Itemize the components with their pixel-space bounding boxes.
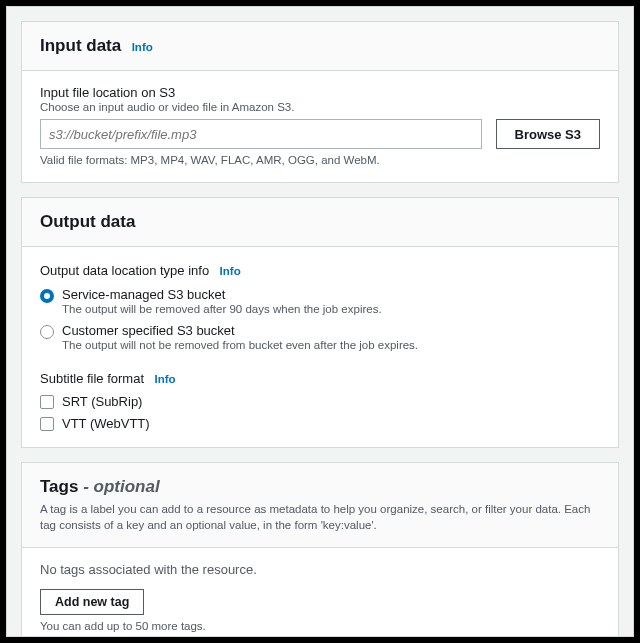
input-location-label: Input file location on S3 — [40, 85, 600, 100]
tags-title-text: Tags — [40, 477, 78, 496]
output-data-panel: Output data Output data location type in… — [21, 197, 619, 448]
output-location-info-link[interactable]: Info — [220, 265, 241, 277]
subtitle-info-link[interactable]: Info — [155, 373, 176, 385]
input-panel-title: Input data — [40, 36, 121, 55]
radio-label: Service-managed S3 bucket — [62, 287, 382, 302]
tags-optional-suffix: - optional — [78, 477, 159, 496]
output-location-radio-group: Service-managed S3 bucket The output wil… — [40, 287, 600, 351]
tags-panel-body: No tags associated with the resource. Ad… — [22, 548, 618, 637]
tags-panel-header: Tags - optional A tag is a label you can… — [22, 463, 618, 548]
s3-location-input[interactable] — [40, 119, 482, 149]
radio-customer-specified[interactable]: Customer specified S3 bucket The output … — [40, 323, 600, 351]
output-panel-header: Output data — [22, 198, 618, 247]
radio-text: Service-managed S3 bucket The output wil… — [62, 287, 382, 315]
input-panel-header: Input data Info — [22, 22, 618, 71]
radio-circle-icon — [40, 325, 54, 339]
page-container: Input data Info Input file location on S… — [6, 6, 634, 637]
checkbox-box-icon — [40, 417, 54, 431]
radio-service-managed[interactable]: Service-managed S3 bucket The output wil… — [40, 287, 600, 315]
radio-text: Customer specified S3 bucket The output … — [62, 323, 418, 351]
output-panel-title: Output data — [40, 212, 135, 231]
radio-desc: The output will not be removed from buck… — [62, 339, 418, 351]
tags-limit-hint: You can add up to 50 more tags. — [40, 620, 600, 632]
input-location-desc: Choose an input audio or video file in A… — [40, 101, 600, 113]
input-data-panel: Input data Info Input file location on S… — [21, 21, 619, 183]
output-location-label: Output data location type info — [40, 263, 209, 278]
output-panel-body: Output data location type info Info Serv… — [22, 247, 618, 447]
checkbox-label: SRT (SubRip) — [62, 394, 142, 409]
valid-formats-hint: Valid file formats: MP3, MP4, WAV, FLAC,… — [40, 154, 600, 166]
subtitle-section: Subtitle file format Info SRT (SubRip) V… — [40, 369, 600, 431]
radio-circle-icon — [40, 289, 54, 303]
tags-panel: Tags - optional A tag is a label you can… — [21, 462, 619, 637]
checkbox-vtt[interactable]: VTT (WebVTT) — [40, 416, 600, 431]
tags-empty-text: No tags associated with the resource. — [40, 562, 600, 577]
input-panel-body: Input file location on S3 Choose an inpu… — [22, 71, 618, 182]
tags-panel-title: Tags - optional — [40, 477, 160, 496]
radio-desc: The output will be removed after 90 days… — [62, 303, 382, 315]
radio-label: Customer specified S3 bucket — [62, 323, 418, 338]
checkbox-box-icon — [40, 395, 54, 409]
input-info-link[interactable]: Info — [132, 41, 153, 53]
tags-description: A tag is a label you can add to a resour… — [40, 501, 600, 533]
input-row: Browse S3 — [40, 119, 600, 149]
browse-s3-button[interactable]: Browse S3 — [496, 119, 600, 149]
checkbox-srt[interactable]: SRT (SubRip) — [40, 394, 600, 409]
checkbox-label: VTT (WebVTT) — [62, 416, 150, 431]
add-new-tag-button[interactable]: Add new tag — [40, 589, 144, 615]
subtitle-format-label: Subtitle file format — [40, 371, 144, 386]
